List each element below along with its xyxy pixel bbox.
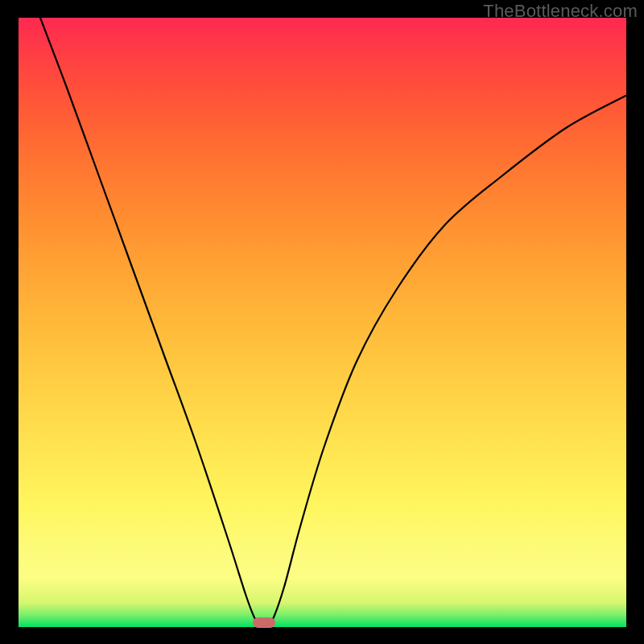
plot-area [19,18,626,627]
watermark-text: TheBottleneck.com [483,1,638,22]
minimum-marker [253,617,275,628]
bottleneck-curve [19,18,626,627]
chart-frame: TheBottleneck.com [0,0,644,644]
